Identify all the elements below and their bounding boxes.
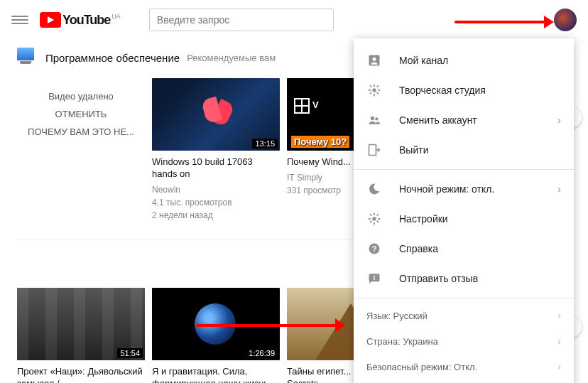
- menu-label: Справка: [399, 243, 438, 254]
- deleted-message: Видео удалено: [17, 91, 145, 102]
- menu-item[interactable]: Страна: Украина›: [354, 328, 574, 354]
- youtube-play-icon: [40, 12, 61, 28]
- svg-rect-21: [376, 214, 379, 217]
- shelf-subtitle: Рекомендуемые вам: [187, 53, 276, 63]
- software-icon: [17, 48, 37, 68]
- svg-rect-22: [369, 220, 372, 223]
- logo-region: UA: [111, 13, 121, 20]
- svg-rect-8: [376, 92, 379, 95]
- menu-label: Творческая студия: [399, 85, 486, 96]
- duration-badge: 13:15: [252, 139, 278, 149]
- video-meta: Neowin 4,1 тыс. просмотров 2 недели наза…: [152, 183, 280, 222]
- logout-icon: [366, 142, 382, 158]
- video-card: 51:54 Проект «Наци»: Дьявольский замысел…: [17, 288, 145, 383]
- svg-rect-19: [369, 214, 372, 217]
- menu-item[interactable]: Ночной режим: откл.›: [354, 174, 574, 204]
- video-card: 1:26:39 Я и гравитация. Сила, формирующа…: [152, 288, 280, 383]
- svg-point-11: [371, 117, 374, 120]
- menu-item[interactable]: Безопасный режим: Откл.›: [354, 354, 574, 379]
- menu-label: Мой канал: [399, 55, 448, 66]
- svg-rect-9: [376, 85, 379, 88]
- gear-icon: [366, 82, 382, 98]
- feedback-icon: !: [366, 271, 382, 286]
- video-title[interactable]: Проект «Наци»: Дьявольский замысел /: [17, 366, 145, 383]
- svg-point-2: [372, 88, 376, 92]
- youtube-logo[interactable]: YouTube UA: [40, 12, 121, 28]
- svg-point-14: [372, 217, 376, 220]
- menu-label: Безопасный режим: Откл.: [366, 362, 477, 372]
- chevron-right-icon: ›: [557, 114, 561, 126]
- svg-rect-17: [369, 218, 371, 220]
- menu-label: Страна: Украина: [366, 336, 438, 347]
- separator: [354, 169, 574, 170]
- logo-text: YouTube: [62, 13, 110, 28]
- help-icon: ?: [366, 241, 382, 257]
- svg-text:!: !: [373, 274, 375, 281]
- svg-rect-20: [376, 220, 379, 223]
- chevron-right-icon: ›: [557, 335, 561, 347]
- why-button[interactable]: ПОЧЕМУ ВАМ ЭТО НЕ...: [17, 126, 145, 137]
- svg-rect-7: [369, 85, 372, 88]
- svg-rect-10: [369, 92, 372, 95]
- chevron-right-icon: ›: [557, 183, 561, 195]
- svg-rect-5: [369, 90, 371, 91]
- menu-label: Выйти: [399, 144, 428, 156]
- account-box-icon: [366, 53, 382, 68]
- avatar[interactable]: [554, 9, 577, 31]
- undo-button[interactable]: ОТМЕНИТЬ: [17, 109, 145, 119]
- shelf-title[interactable]: Программное обеспечение: [45, 52, 180, 64]
- svg-rect-3: [374, 85, 375, 87]
- video-title[interactable]: Я и гравитация. Сила, формирующая нашу ж…: [152, 366, 280, 383]
- menu-item[interactable]: Настройки: [354, 204, 574, 234]
- video-thumbnail[interactable]: 51:54: [17, 288, 145, 360]
- menu-label: Сменить аккаунт: [399, 114, 477, 126]
- menu-label: Настройки: [399, 213, 448, 225]
- thumb-text-overlay: Почему 10?: [291, 136, 349, 148]
- menu-item[interactable]: Язык: Русский›: [354, 303, 574, 328]
- svg-text:?: ?: [372, 244, 377, 253]
- duration-badge: 51:54: [117, 348, 143, 358]
- chevron-right-icon: ›: [557, 361, 561, 372]
- video-title[interactable]: Windows 10 build 17063 hands on: [152, 156, 280, 180]
- menu-label: Язык: Русский: [366, 311, 428, 321]
- people-icon: [366, 112, 382, 128]
- svg-rect-6: [378, 90, 380, 91]
- svg-point-1: [373, 58, 376, 61]
- svg-rect-13: [369, 145, 376, 156]
- annotation-arrow-avatar: [454, 17, 554, 24]
- svg-rect-18: [378, 218, 380, 220]
- annotation-arrow-safemode: [196, 315, 345, 333]
- menu-label: Ночной режим: откл.: [399, 183, 494, 195]
- menu-item[interactable]: Мой канал: [354, 45, 574, 75]
- svg-point-12: [375, 117, 378, 120]
- menu-item[interactable]: Выйти: [354, 135, 574, 165]
- account-menu: Мой каналТворческая студияСменить аккаун…: [354, 38, 574, 383]
- moon-icon: [366, 181, 382, 197]
- deleted-video-card: Видео удалено ОТМЕНИТЬ ПОЧЕМУ ВАМ ЭТО НЕ…: [17, 78, 145, 222]
- menu-label: Отправить отзыв: [399, 273, 478, 284]
- gear-icon: [366, 211, 382, 227]
- menu-item[interactable]: Творческая студия: [354, 75, 574, 105]
- video-thumbnail[interactable]: 13:15: [152, 78, 280, 151]
- menu-item[interactable]: !Отправить отзыв: [354, 264, 574, 293]
- svg-rect-16: [374, 222, 375, 225]
- age: 2 недели назад: [152, 209, 280, 222]
- search-input[interactable]: [150, 9, 333, 31]
- duration-badge: 1:26:39: [246, 348, 278, 358]
- video-card: 13:15 Windows 10 build 17063 hands on Ne…: [152, 78, 280, 222]
- search-box[interactable]: [149, 9, 334, 31]
- svg-rect-4: [374, 94, 375, 96]
- svg-rect-15: [374, 213, 375, 215]
- views: 4,1 тыс. просмотров: [152, 196, 280, 209]
- menu-icon[interactable]: [11, 14, 28, 26]
- channel-name[interactable]: Neowin: [152, 183, 280, 196]
- menu-item[interactable]: Вернуться к классическому дизайну: [354, 379, 574, 383]
- chevron-right-icon: ›: [557, 310, 561, 321]
- menu-item[interactable]: Сменить аккаунт›: [354, 105, 574, 135]
- menu-item[interactable]: ?Справка: [354, 234, 574, 264]
- separator: [354, 298, 574, 298]
